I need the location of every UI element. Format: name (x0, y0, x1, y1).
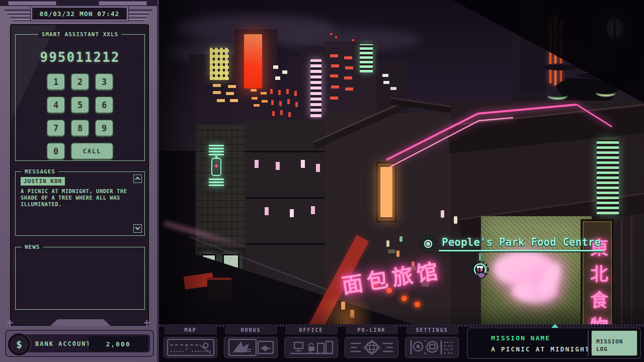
tab-po-link[interactable]: PO-LINK (343, 325, 400, 359)
truck (207, 278, 231, 299)
lit-windows-red (270, 89, 273, 94)
tab-horus[interactable]: HORUS (222, 325, 279, 359)
bottom-bar: MAP HORUS (159, 324, 644, 362)
panel-arrow-icon (551, 324, 558, 328)
keypad-0[interactable]: 0 (46, 142, 65, 160)
tab-map[interactable]: MAP (162, 325, 219, 359)
tab-office[interactable]: OFFICE (283, 325, 340, 359)
lit-windows (251, 89, 257, 92)
mission-name: A PICNIC AT MIDNIGHT (491, 345, 590, 353)
dark-tower (521, 0, 545, 93)
lit-windows-yellow (210, 48, 229, 80)
keypad-5[interactable]: 5 (70, 96, 90, 114)
scroll-up-button[interactable] (133, 174, 142, 183)
lantern (401, 296, 407, 301)
dollar-coin-icon: $ (8, 333, 30, 355)
green-lattice-wall (597, 140, 619, 214)
office-icon (288, 338, 335, 356)
dialer-title: SMART ASSISTANT XXLS (39, 31, 121, 38)
header-stripes-right (124, 9, 153, 21)
trim (99, 1, 147, 6)
keypad-3[interactable]: 3 (95, 73, 114, 91)
keypad-7[interactable]: 7 (46, 119, 65, 137)
orb-post (614, 18, 615, 38)
location-label[interactable]: People's Park Food Centre (439, 236, 604, 251)
divider (588, 330, 589, 356)
cursor-icon (475, 267, 487, 279)
game-screen: 面包旅馆 東北食物 (0, 0, 644, 362)
lit-windows (213, 84, 221, 87)
smart-assistant-panel: 08/03/32 MON 07:42 SMART ASSISTANT XXLS … (0, 0, 159, 362)
scroll-down-button[interactable] (133, 224, 142, 233)
po-link-icon (348, 338, 396, 356)
mission-name-label: MISSION NAME (491, 334, 550, 342)
trim (8, 1, 56, 6)
warm-window (380, 167, 392, 217)
floor-line (246, 197, 326, 199)
dark-tower (614, 0, 638, 83)
red-neon-slab (244, 34, 262, 88)
lit-windows (382, 74, 388, 77)
phone-screen: SMART ASSISTANT XXLS 995011212 1 2 3 4 5… (10, 24, 149, 326)
floor-line (246, 243, 326, 245)
keypad-8[interactable]: 8 (70, 119, 90, 137)
map-icon (167, 338, 215, 356)
screen-notch (50, 319, 111, 326)
keypad-1[interactable]: 1 (46, 73, 65, 91)
mission-log-button[interactable]: MISSION LOG (591, 330, 637, 356)
lit-windows (273, 65, 278, 69)
news-title: NEWS (22, 244, 43, 250)
datetime-text: 08/03/32 MON 07:42 (40, 10, 120, 18)
call-button[interactable]: CALL (70, 142, 114, 160)
city-scene: 面包旅馆 東北食物 (159, 0, 644, 362)
chevron-up-icon (135, 177, 140, 182)
chevron-down-icon (135, 225, 140, 230)
keypad-2[interactable]: 2 (70, 73, 90, 91)
bank-label: BANK ACCOUNT (35, 340, 91, 347)
neon-strip (554, 15, 556, 85)
messages-panel: MESSAGES JUSTIN KOH A PICNIC AT MIDNIGHT… (15, 171, 145, 236)
lit-windows-pink (310, 59, 321, 117)
bank-balance: 2,000 (89, 336, 148, 351)
bank-account-bar: $ BANK ACCOUNT 2,000 (5, 330, 154, 357)
lit-windows-pink (255, 160, 259, 168)
lantern (415, 302, 420, 307)
dialed-number: 995011212 (16, 50, 144, 65)
screw (144, 320, 150, 326)
screw (7, 320, 13, 326)
floor-line (246, 151, 326, 152)
mission-panel: MISSION NAME A PICNIC AT MIDNIGHT MISSIO… (467, 327, 641, 359)
red-beacons (330, 33, 332, 35)
keypad-4[interactable]: 4 (46, 96, 65, 114)
dollar-symbol: $ (16, 338, 22, 350)
keypad-9[interactable]: 9 (95, 119, 114, 137)
message-body: A PICNIC AT MIDNIGHT, UNDER THE SHADE OF… (21, 188, 129, 208)
message-sender[interactable]: JUSTIN KOH (21, 177, 65, 186)
messages-title: MESSAGES (22, 168, 58, 175)
tab-settings[interactable]: SETTINGS (404, 325, 460, 359)
lit-windows-red (330, 54, 338, 57)
horus-icon (228, 338, 274, 356)
news-panel: NEWS (15, 247, 145, 310)
dialer-panel: SMART ASSISTANT XXLS 995011212 1 2 3 4 5… (15, 34, 145, 161)
settings-icon (408, 338, 456, 356)
neon-strip (549, 18, 551, 83)
target-icon[interactable] (419, 234, 438, 253)
keypad: 1 2 3 4 5 6 7 8 9 0 CALL (16, 73, 144, 160)
datetime-display: 08/03/32 MON 07:42 (31, 7, 128, 21)
header-stripes-left (4, 9, 33, 21)
lit-windows-green (360, 44, 373, 72)
keypad-6[interactable]: 6 (95, 96, 114, 114)
neon-strip (560, 21, 562, 81)
bottle-neon-sign (207, 145, 225, 215)
